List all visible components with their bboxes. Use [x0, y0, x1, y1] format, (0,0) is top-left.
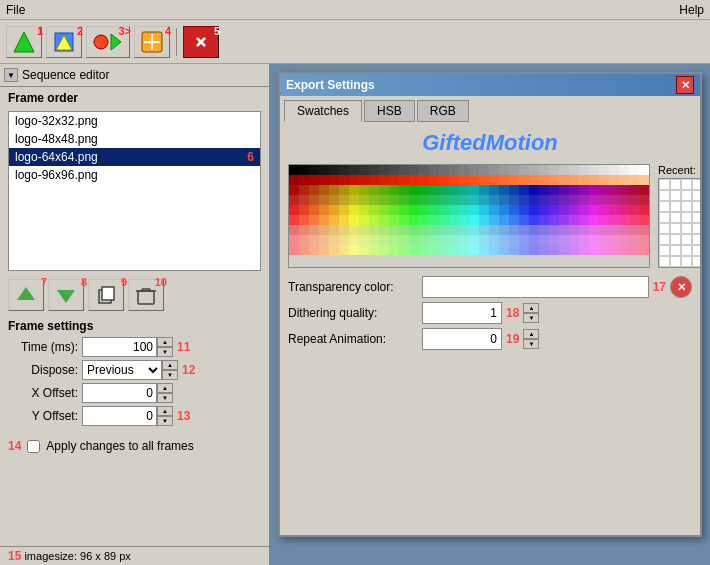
color-cell[interactable] [409, 245, 419, 255]
color-cell[interactable] [569, 225, 579, 235]
color-cell[interactable] [629, 235, 639, 245]
color-cell[interactable] [609, 245, 619, 255]
color-cell[interactable] [359, 205, 369, 215]
color-cell[interactable] [619, 165, 629, 175]
color-cell[interactable] [489, 225, 499, 235]
time-spin-down[interactable]: ▼ [157, 347, 173, 357]
color-cell[interactable] [559, 215, 569, 225]
color-cell[interactable] [559, 225, 569, 235]
dispose-spin-down[interactable]: ▼ [162, 370, 178, 380]
color-cell[interactable] [449, 185, 459, 195]
color-cell[interactable] [629, 185, 639, 195]
color-cell[interactable] [609, 235, 619, 245]
color-cell[interactable] [419, 245, 429, 255]
x-offset-input[interactable] [82, 383, 157, 403]
color-cell[interactable] [409, 195, 419, 205]
color-cell[interactable] [589, 225, 599, 235]
color-cell[interactable] [499, 195, 509, 205]
color-cell[interactable] [439, 195, 449, 205]
color-cell[interactable] [599, 175, 609, 185]
recent-cell[interactable] [670, 201, 681, 212]
recent-cell[interactable] [670, 212, 681, 223]
color-cell[interactable] [539, 185, 549, 195]
color-cell[interactable] [639, 235, 649, 245]
dialog-close-button[interactable]: ✕ [676, 76, 694, 94]
color-cell[interactable] [299, 245, 309, 255]
color-cell[interactable] [419, 175, 429, 185]
color-cell[interactable] [309, 215, 319, 225]
color-cell[interactable] [489, 245, 499, 255]
color-cell[interactable] [459, 235, 469, 245]
recent-cell[interactable] [681, 190, 692, 201]
color-cell[interactable] [289, 235, 299, 245]
color-cell[interactable] [369, 175, 379, 185]
color-cell[interactable] [459, 195, 469, 205]
color-cell[interactable] [529, 175, 539, 185]
recent-cell[interactable] [659, 201, 670, 212]
transparency-clear-btn[interactable]: ✕ [670, 276, 692, 298]
color-cell[interactable] [559, 235, 569, 245]
color-cell[interactable] [589, 235, 599, 245]
color-cell[interactable] [349, 165, 359, 175]
color-cell[interactable] [479, 245, 489, 255]
color-cell[interactable] [339, 225, 349, 235]
color-cell[interactable] [349, 225, 359, 235]
color-cell[interactable] [559, 245, 569, 255]
color-cell[interactable] [499, 245, 509, 255]
color-cell[interactable] [469, 165, 479, 175]
color-cell[interactable] [469, 195, 479, 205]
color-cell[interactable] [399, 205, 409, 215]
color-cell[interactable] [539, 205, 549, 215]
color-cell[interactable] [579, 225, 589, 235]
recent-cell[interactable] [681, 256, 692, 267]
color-cell[interactable] [439, 165, 449, 175]
color-cell[interactable] [479, 175, 489, 185]
recent-cell[interactable] [692, 223, 700, 234]
color-cell[interactable] [339, 175, 349, 185]
recent-cell[interactable] [670, 223, 681, 234]
color-cell[interactable] [529, 185, 539, 195]
color-cell[interactable] [369, 235, 379, 245]
color-cell[interactable] [379, 175, 389, 185]
color-cell[interactable] [389, 225, 399, 235]
color-cell[interactable] [349, 245, 359, 255]
recent-cell[interactable] [692, 190, 700, 201]
color-cell[interactable] [309, 175, 319, 185]
color-cell[interactable] [309, 165, 319, 175]
color-cell[interactable] [299, 225, 309, 235]
color-cell[interactable] [299, 175, 309, 185]
color-cell[interactable] [389, 215, 399, 225]
color-cell[interactable] [399, 235, 409, 245]
recent-cell[interactable] [681, 223, 692, 234]
color-cell[interactable] [299, 195, 309, 205]
color-cell[interactable] [369, 185, 379, 195]
color-cell[interactable] [499, 185, 509, 195]
color-cell[interactable] [599, 225, 609, 235]
color-cell[interactable] [299, 165, 309, 175]
color-cell[interactable] [629, 205, 639, 215]
color-cell[interactable] [429, 235, 439, 245]
color-cell[interactable] [609, 195, 619, 205]
color-cell[interactable] [409, 185, 419, 195]
color-cell[interactable] [429, 165, 439, 175]
color-cell[interactable] [409, 165, 419, 175]
recent-cell[interactable] [692, 212, 700, 223]
color-cell[interactable] [439, 235, 449, 245]
color-cell[interactable] [429, 175, 439, 185]
color-cell[interactable] [549, 175, 559, 185]
dispose-select[interactable]: Previous None Background [82, 360, 162, 380]
color-cell[interactable] [399, 185, 409, 195]
color-cell[interactable] [579, 185, 589, 195]
color-cell[interactable] [569, 215, 579, 225]
color-cell[interactable] [509, 185, 519, 195]
recent-cell[interactable] [670, 234, 681, 245]
color-cell[interactable] [489, 215, 499, 225]
color-cell[interactable] [619, 245, 629, 255]
color-cell[interactable] [459, 225, 469, 235]
x-offset-spin-down[interactable]: ▼ [157, 393, 173, 403]
color-cell[interactable] [629, 225, 639, 235]
toolbar-btn-3[interactable]: 3> [86, 26, 130, 58]
color-cell[interactable] [539, 225, 549, 235]
color-cell[interactable] [309, 205, 319, 215]
dithering-input[interactable] [422, 302, 502, 324]
